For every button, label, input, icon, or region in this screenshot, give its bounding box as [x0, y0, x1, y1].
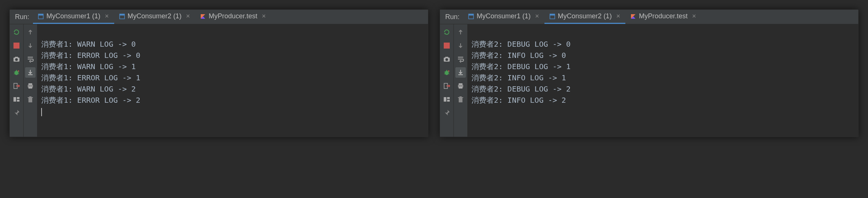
pin-icon[interactable] [12, 109, 21, 117]
svg-rect-1 [39, 14, 43, 15]
soft-wrap-icon[interactable] [456, 55, 465, 63]
console-line: 消费者1: WARN LOG -> 1 [41, 62, 136, 71]
tab-myconsumer2[interactable]: MyConsumer2 (1) × [544, 10, 626, 24]
console-line: 消费者1: ERROR LOG -> 2 [41, 96, 140, 105]
svg-rect-45 [459, 98, 462, 102]
bug-icon[interactable] [443, 68, 451, 77]
svg-rect-22 [28, 97, 33, 98]
svg-rect-21 [28, 98, 32, 102]
tab-label: MyConsumer1 (1) [46, 12, 100, 20]
console-output[interactable]: 消费者2: DEBUG LOG -> 0 消费者2: INFO LOG -> 0… [468, 24, 858, 137]
console-line: 消费者2: INFO LOG -> 0 [471, 51, 566, 60]
tabs-bar: MyConsumer1 (1) × MyConsumer2 (1) × MyPr… [33, 10, 271, 24]
tab-myproducer[interactable]: MyProducer.test × [625, 10, 701, 24]
svg-rect-38 [444, 97, 446, 102]
app-config-icon [119, 13, 125, 20]
svg-point-34 [446, 58, 448, 61]
exit-icon[interactable] [443, 82, 451, 90]
run-panel-1: Run: MyConsumer1 (1) × MyConsumer2 (1) × [9, 9, 428, 137]
console-line: 消费者1: ERROR LOG -> 0 [41, 51, 140, 60]
tab-myconsumer1[interactable]: MyConsumer1 (1) × [33, 10, 114, 24]
svg-rect-47 [459, 96, 462, 97]
console-line: 消费者1: WARN LOG -> 0 [41, 40, 136, 49]
text-cursor [41, 108, 42, 116]
scroll-end-icon[interactable] [25, 67, 36, 78]
svg-rect-44 [459, 87, 462, 89]
print-icon[interactable] [26, 82, 34, 90]
svg-rect-9 [15, 57, 18, 58]
svg-rect-15 [17, 97, 19, 99]
run-panel-2: Run: MyConsumer1 (1) × MyConsumer2 (1) × [440, 9, 859, 137]
svg-rect-14 [13, 97, 16, 102]
svg-rect-7 [13, 43, 19, 49]
console-line: 消费者2: INFO LOG -> 2 [471, 96, 566, 105]
tab-label: MyProducer.test [209, 12, 257, 20]
close-icon[interactable]: × [185, 12, 191, 20]
close-icon[interactable]: × [534, 12, 540, 20]
console-output[interactable]: 消费者1: WARN LOG -> 0 消费者1: ERROR LOG -> 0… [37, 24, 428, 137]
arrow-down-icon[interactable] [456, 41, 465, 50]
panel-body: 消费者2: DEBUG LOG -> 0 消费者2: INFO LOG -> 0… [440, 24, 858, 137]
tabs-bar: MyConsumer1 (1) × MyConsumer2 (1) × MyPr… [463, 10, 701, 24]
panel-header: Run: MyConsumer1 (1) × MyConsumer2 (1) × [10, 10, 428, 24]
svg-marker-6 [14, 33, 16, 34]
svg-rect-16 [17, 100, 19, 102]
close-icon[interactable]: × [691, 12, 697, 20]
arrow-down-icon[interactable] [26, 41, 34, 50]
rerun-icon[interactable] [12, 28, 21, 36]
svg-rect-27 [550, 14, 555, 15]
pin-icon[interactable] [443, 109, 451, 117]
kotlin-test-icon [200, 13, 206, 20]
svg-marker-12 [18, 70, 19, 72]
tab-myproducer[interactable]: MyProducer.test × [195, 10, 271, 24]
svg-marker-30 [444, 33, 446, 34]
tab-myconsumer2[interactable]: MyConsumer2 (1) × [114, 10, 195, 24]
svg-rect-25 [469, 14, 474, 15]
camera-icon[interactable] [12, 55, 21, 63]
scroll-end-icon[interactable] [455, 67, 466, 78]
run-label: Run: [10, 13, 33, 21]
panel-header: Run: MyConsumer1 (1) × MyConsumer2 (1) × [440, 10, 858, 24]
console-line: 消费者2: DEBUG LOG -> 1 [471, 62, 571, 71]
console-line: 消费者1: ERROR LOG -> 1 [41, 73, 140, 82]
toolbar-secondary [24, 24, 37, 137]
svg-rect-31 [444, 43, 450, 49]
tab-label: MyConsumer2 (1) [128, 12, 182, 20]
exit-icon[interactable] [12, 82, 21, 90]
rerun-icon[interactable] [443, 28, 451, 36]
toolbar-primary [10, 24, 24, 137]
soft-wrap-icon[interactable] [26, 55, 34, 63]
svg-rect-20 [28, 87, 32, 89]
stop-icon[interactable] [443, 41, 451, 50]
panel-body: 消费者1: WARN LOG -> 0 消费者1: ERROR LOG -> 0… [10, 24, 428, 137]
stop-icon[interactable] [12, 41, 21, 50]
close-icon[interactable]: × [616, 12, 621, 20]
close-icon[interactable]: × [104, 12, 110, 20]
svg-rect-33 [445, 57, 448, 58]
svg-marker-36 [448, 70, 450, 72]
svg-rect-40 [447, 100, 450, 102]
trash-icon[interactable] [26, 95, 34, 103]
arrow-up-icon[interactable] [456, 28, 465, 36]
camera-icon[interactable] [443, 55, 451, 63]
close-icon[interactable]: × [261, 12, 267, 20]
svg-rect-42 [459, 83, 462, 85]
svg-rect-41 [458, 74, 463, 75]
toolbar-primary [440, 24, 454, 137]
trash-icon[interactable] [456, 95, 465, 103]
app-config-icon [468, 13, 474, 20]
tab-myconsumer1[interactable]: MyConsumer1 (1) × [463, 10, 544, 24]
toolbar-secondary [454, 24, 468, 137]
svg-rect-39 [447, 97, 450, 99]
app-config-icon [549, 13, 556, 20]
print-icon[interactable] [456, 82, 465, 90]
svg-rect-3 [119, 14, 124, 15]
tab-label: MyProducer.test [639, 12, 688, 20]
arrow-up-icon[interactable] [26, 28, 34, 36]
bug-icon[interactable] [12, 68, 21, 77]
console-line: 消费者2: DEBUG LOG -> 2 [471, 84, 571, 93]
layout-icon[interactable] [12, 95, 21, 103]
svg-point-10 [15, 58, 18, 61]
layout-icon[interactable] [443, 95, 451, 103]
svg-rect-23 [29, 96, 31, 97]
